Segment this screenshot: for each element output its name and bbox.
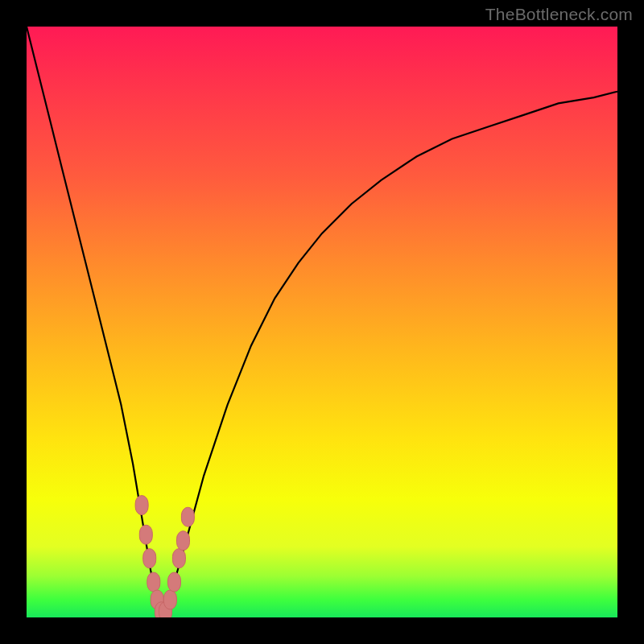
watermark-text: TheBottleneck.com xyxy=(485,5,633,24)
marker-group xyxy=(135,496,194,618)
curve-marker xyxy=(181,507,194,526)
curve-marker xyxy=(139,525,152,544)
curve-marker xyxy=(147,572,160,592)
curve-marker xyxy=(143,549,156,568)
curve-marker xyxy=(163,590,176,609)
plot-area xyxy=(27,27,617,617)
plot-svg xyxy=(27,27,617,617)
curve-marker xyxy=(168,572,181,592)
curve-marker xyxy=(135,496,148,515)
curve-marker xyxy=(177,531,190,551)
bottleneck-curve xyxy=(27,27,617,617)
curve-marker xyxy=(172,549,185,568)
chart-frame: TheBottleneck.com xyxy=(0,0,644,644)
